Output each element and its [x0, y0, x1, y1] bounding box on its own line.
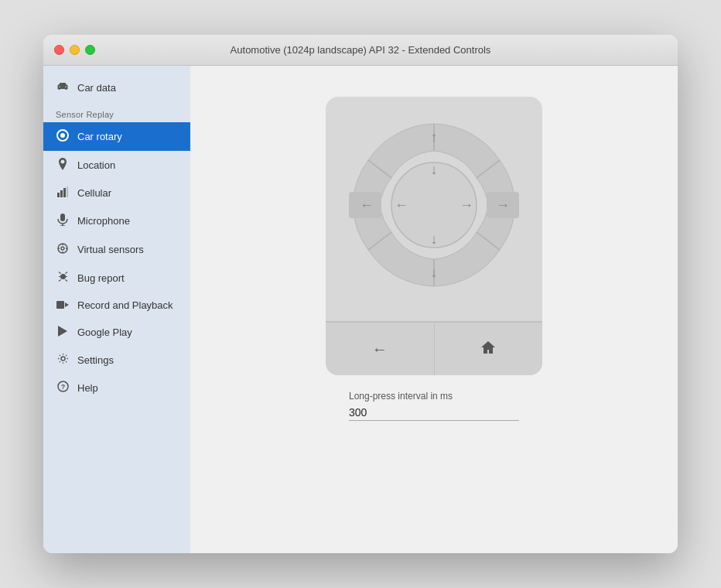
sidebar-item-bug-report[interactable]: Bug report: [43, 264, 190, 292]
titlebar: Automotive (1024p landscape) API 32 - Ex…: [43, 35, 678, 66]
sidebar-item-help[interactable]: ? Help: [43, 374, 190, 402]
sidebar-item-cellular[interactable]: Cellular: [43, 179, 190, 207]
record-icon: [56, 299, 70, 312]
svg-rect-5: [67, 186, 68, 197]
google-play-icon: [56, 326, 70, 339]
help-icon: ?: [56, 381, 70, 395]
svg-text:←: ←: [360, 197, 374, 213]
virtual-sensors-icon: [56, 242, 70, 257]
minimize-button[interactable]: [70, 45, 80, 55]
sidebar-item-car-data[interactable]: Car data: [43, 74, 190, 102]
main-panel: ↓ ↓ ← → ↑ ← →: [190, 66, 678, 553]
svg-text:→: →: [496, 197, 510, 213]
bug-icon: [56, 271, 70, 285]
location-icon: [56, 158, 70, 173]
sidebar-label-record-playback: Record and Playback: [77, 299, 173, 311]
sidebar-label-cellular: Cellular: [77, 187, 111, 199]
car-icon: [56, 80, 70, 95]
long-press-input[interactable]: [349, 405, 519, 421]
svg-point-11: [60, 274, 66, 279]
cellular-icon: [56, 186, 70, 200]
svg-point-15: [61, 357, 65, 361]
traffic-lights: [54, 45, 95, 55]
back-arrow-icon: ←: [372, 340, 388, 358]
sidebar-item-record-playback[interactable]: Record and Playback: [43, 292, 190, 319]
sidebar-label-google-play: Google Play: [77, 326, 132, 338]
settings-icon: [56, 353, 70, 367]
svg-text:↑: ↑: [431, 129, 438, 145]
content-area: Car data Sensor Replay Car rotary: [43, 66, 678, 553]
svg-point-10: [61, 247, 64, 250]
sidebar-label-virtual-sensors: Virtual sensors: [77, 244, 144, 255]
svg-rect-12: [56, 301, 64, 309]
sidebar-label-location: Location: [77, 159, 115, 171]
rotary-container: ↓ ↓ ← → ↑ ← →: [326, 97, 542, 421]
sidebar-item-microphone[interactable]: Microphone: [43, 207, 190, 235]
svg-rect-6: [60, 214, 65, 221]
svg-rect-2: [57, 193, 60, 197]
sidebar-label-bug-report: Bug report: [77, 272, 125, 284]
svg-text:↓: ↓: [431, 162, 438, 177]
sidebar-item-google-play[interactable]: Google Play: [43, 319, 190, 346]
svg-text:→: →: [460, 197, 473, 213]
rotary-svg: ↓ ↓ ← → ↑ ← →: [337, 108, 531, 309]
rotary-icon: [56, 129, 70, 144]
sidebar-item-car-rotary[interactable]: Car rotary: [43, 122, 190, 151]
sidebar-item-virtual-sensors[interactable]: Virtual sensors: [43, 235, 190, 264]
svg-text:↓: ↓: [431, 265, 438, 280]
sidebar-label-help: Help: [77, 382, 98, 394]
sidebar-label-car-data: Car data: [77, 82, 116, 94]
window-title: Automotive (1024p landscape) API 32 - Ex…: [231, 44, 491, 56]
nav-buttons-row: ←: [326, 321, 542, 375]
sidebar: Car data Sensor Replay Car rotary: [43, 66, 190, 553]
svg-marker-14: [58, 326, 67, 337]
svg-rect-4: [63, 188, 66, 197]
microphone-icon: [56, 214, 70, 228]
maximize-button[interactable]: [85, 45, 95, 55]
sidebar-label-microphone: Microphone: [77, 215, 130, 227]
long-press-section: Long-press interval in ms: [349, 391, 519, 421]
nav-back-button[interactable]: ←: [326, 323, 435, 375]
sidebar-label-car-rotary: Car rotary: [77, 131, 122, 142]
sidebar-item-location[interactable]: Location: [43, 151, 190, 179]
rotary-widget: ↓ ↓ ← → ↑ ← →: [326, 97, 542, 375]
sidebar-item-settings[interactable]: Settings: [43, 346, 190, 374]
rotary-dial-area: ↓ ↓ ← → ↑ ← →: [326, 97, 542, 321]
svg-point-1: [60, 133, 65, 138]
home-icon: [480, 339, 497, 360]
long-press-label: Long-press interval in ms: [349, 391, 453, 402]
svg-marker-13: [65, 303, 69, 307]
sidebar-label-settings: Settings: [77, 354, 114, 366]
nav-home-button[interactable]: [435, 323, 543, 375]
app-window: Automotive (1024p landscape) API 32 - Ex…: [43, 35, 678, 553]
svg-text:?: ?: [60, 383, 65, 391]
section-label-sensor-replay: Sensor Replay: [43, 102, 190, 122]
svg-text:↓: ↓: [431, 231, 438, 247]
svg-text:←: ←: [395, 197, 408, 213]
svg-rect-3: [60, 190, 63, 197]
close-button[interactable]: [54, 45, 64, 55]
